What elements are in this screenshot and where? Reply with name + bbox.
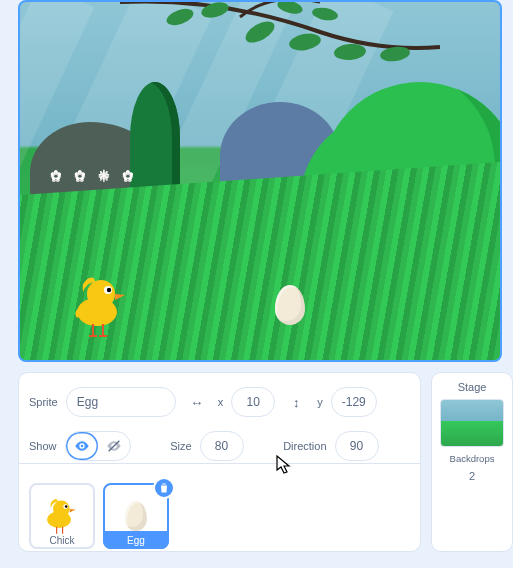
- trash-icon: [158, 482, 170, 494]
- svg-point-5: [276, 0, 304, 16]
- tree-branch: [120, 0, 440, 82]
- flowers-decoration: ✿ ✿ ❋ ✿: [50, 167, 138, 183]
- svg-point-0: [164, 6, 195, 29]
- svg-point-16: [80, 445, 83, 448]
- eye-off-icon: [106, 438, 122, 454]
- svg-point-9: [77, 298, 117, 326]
- stage-selector-panel: Stage Backdrops 2: [431, 372, 513, 552]
- show-label: Show: [29, 440, 57, 452]
- hide-button[interactable]: [98, 432, 130, 460]
- y-label: y: [317, 396, 323, 408]
- ydir-icon: ↕: [283, 389, 309, 415]
- stage-canvas[interactable]: ✿ ✿ ❋ ✿: [18, 0, 502, 362]
- svg-point-11: [107, 288, 111, 292]
- xy-icon: ↔: [184, 389, 210, 415]
- direction-label: Direction: [283, 440, 326, 452]
- direction-input[interactable]: 90: [335, 431, 379, 461]
- svg-point-21: [65, 505, 68, 508]
- delete-sprite-button[interactable]: [153, 477, 175, 499]
- svg-point-3: [288, 31, 322, 52]
- sprite-name-input[interactable]: Egg: [66, 387, 176, 417]
- sprite-tile-egg[interactable]: Egg: [103, 483, 169, 549]
- stage-title: Stage: [458, 381, 487, 393]
- size-input[interactable]: 80: [200, 431, 244, 461]
- x-label: x: [218, 396, 224, 408]
- svg-point-6: [311, 6, 339, 22]
- backdrops-label: Backdrops: [450, 453, 495, 464]
- svg-point-4: [333, 43, 366, 62]
- sprite-name-label: Sprite: [29, 396, 58, 408]
- size-label: Size: [170, 440, 191, 452]
- svg-point-2: [242, 17, 278, 47]
- show-button[interactable]: [66, 432, 98, 460]
- sprite-info-panel: Sprite Egg ↔ x 10 ↕ y -129 Show: [18, 372, 421, 552]
- stage-thumbnail[interactable]: [440, 399, 504, 447]
- svg-point-19: [47, 511, 71, 528]
- sprite-tile-chick[interactable]: Chick: [29, 483, 95, 549]
- sprite-on-stage-egg[interactable]: [275, 285, 305, 325]
- x-input[interactable]: 10: [231, 387, 275, 417]
- sprite-list: Chick Egg: [29, 483, 410, 549]
- eye-icon: [74, 438, 90, 454]
- sprite-tile-label: Chick: [29, 531, 95, 549]
- sprite-tile-label: Egg: [103, 531, 169, 549]
- sprite-on-stage-chick[interactable]: [75, 274, 129, 342]
- backdrops-count: 2: [469, 470, 475, 482]
- visibility-toggle: [65, 431, 131, 461]
- y-input[interactable]: -129: [331, 387, 377, 417]
